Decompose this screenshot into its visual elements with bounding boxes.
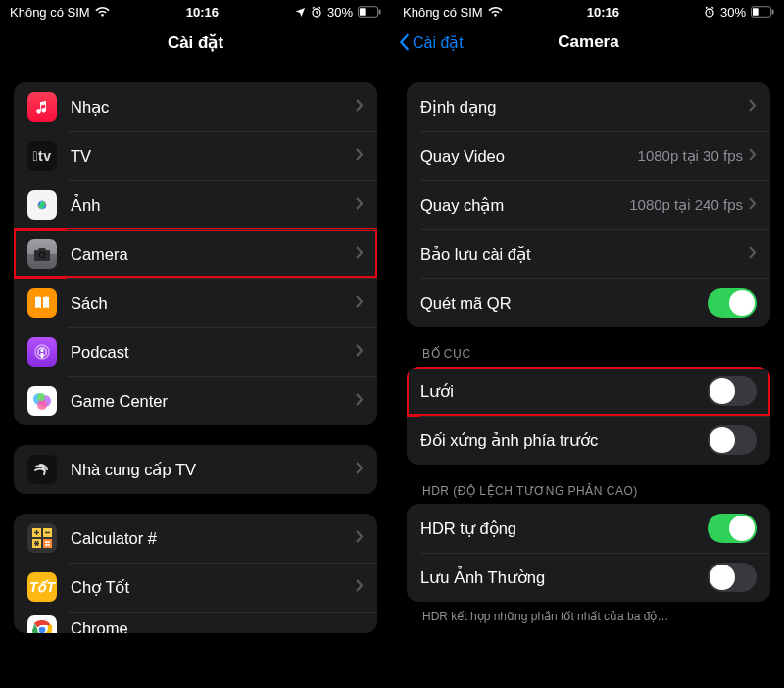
settings-row-label: Chợ Tốt — [71, 578, 356, 597]
battery-percent: 30% — [327, 5, 353, 20]
settings-row-chotot[interactable]: TốT Chợ Tốt — [14, 563, 377, 612]
settings-row-label: Sách — [71, 294, 356, 313]
camera-group-layout: Lưới Đối xứng ảnh phía trước — [407, 367, 770, 465]
chevron-right-icon — [356, 529, 364, 547]
status-bar: Không có SIM 10:16 30% — [0, 0, 391, 24]
toggle-scan-qr[interactable] — [708, 288, 757, 318]
svg-point-20 — [37, 393, 45, 401]
row-label: Định dạng — [420, 98, 749, 117]
settings-row-camera[interactable]: Camera — [14, 229, 377, 278]
chevron-right-icon — [749, 245, 757, 263]
section-header-layout: BỐ CỤC — [407, 327, 770, 367]
svg-point-16 — [40, 349, 43, 352]
settings-screen: Không có SIM 10:16 30% Cài đặt — [0, 0, 391, 688]
battery-icon — [358, 6, 381, 18]
row-label: Đối xứng ảnh phía trước — [420, 431, 708, 450]
row-label: Lưới — [420, 382, 708, 401]
alarm-icon — [311, 6, 322, 18]
settings-row-books[interactable]: Sách — [14, 278, 377, 327]
photos-icon — [27, 190, 57, 220]
chevron-right-icon — [356, 98, 364, 116]
chevron-right-icon — [356, 294, 364, 312]
chotot-icon: TốT — [27, 572, 57, 602]
carrier-text: Không có SIM — [403, 5, 483, 20]
settings-row-music[interactable]: Nhạc — [14, 82, 377, 131]
settings-row-gamecenter[interactable]: Game Center — [14, 376, 377, 425]
svg-rect-31 — [772, 10, 774, 15]
wifi-icon — [488, 7, 503, 18]
chrome-icon — [27, 615, 57, 633]
toggle-auto-hdr[interactable] — [708, 514, 757, 543]
row-label: Quét mã QR — [420, 294, 708, 313]
tvprovider-icon — [27, 455, 57, 484]
row-record-video[interactable]: Quay Video 1080p tại 30 fps — [407, 131, 770, 180]
page-title: Cài đặt — [0, 32, 391, 53]
row-label: Lưu Ảnh Thường — [420, 568, 708, 587]
settings-row-calculator[interactable]: Calculator # — [14, 514, 377, 563]
calculator-icon — [27, 523, 57, 553]
chevron-right-icon — [356, 392, 364, 410]
row-label: Quay Video — [420, 147, 638, 166]
chevron-right-icon — [356, 343, 364, 361]
camera-group-hdr: HDR tự động Lưu Ảnh Thường — [407, 504, 770, 602]
row-label: Quay chậm — [420, 196, 629, 215]
camera-icon — [27, 239, 57, 269]
row-value: 1080p tại 240 fps — [629, 196, 743, 214]
chevron-right-icon — [749, 98, 757, 116]
battery-icon — [751, 6, 774, 18]
status-time: 10:16 — [110, 5, 295, 20]
location-icon — [295, 7, 306, 18]
back-label: Cài đặt — [413, 33, 464, 52]
row-format[interactable]: Định dạng — [407, 82, 770, 131]
settings-group-thirdparty: Calculator # TốT Chợ Tốt Chrome — [14, 514, 377, 633]
row-keep-normal[interactable]: Lưu Ảnh Thường — [407, 553, 770, 602]
battery-percent: 30% — [720, 5, 746, 20]
settings-row-podcast[interactable]: Podcast — [14, 327, 377, 376]
camera-group-main: Định dạng Quay Video 1080p tại 30 fps Qu… — [407, 82, 770, 327]
tv-icon: tv — [27, 141, 57, 171]
row-auto-hdr[interactable]: HDR tự động — [407, 504, 770, 553]
settings-row-label: Ảnh — [71, 196, 356, 215]
row-record-slomo[interactable]: Quay chậm 1080p tại 240 fps — [407, 180, 770, 229]
chevron-right-icon — [749, 147, 757, 165]
chevron-right-icon — [356, 245, 364, 263]
chevron-right-icon — [749, 196, 757, 214]
row-scan-qr[interactable]: Quét mã QR — [407, 278, 770, 327]
chevron-right-icon — [356, 461, 364, 478]
alarm-icon — [704, 6, 715, 18]
gamecenter-icon — [27, 386, 57, 416]
settings-group-tvprovider: Nhà cung cấp TV — [14, 445, 377, 494]
back-button[interactable]: Cài đặt — [393, 33, 464, 52]
chevron-right-icon — [356, 147, 364, 165]
settings-row-label: Camera — [71, 245, 356, 264]
settings-row-label: Nhà cung cấp TV — [71, 461, 356, 479]
settings-row-label: TV — [71, 147, 356, 166]
carrier-text: Không có SIM — [10, 5, 90, 20]
toggle-keep-normal[interactable] — [708, 563, 757, 592]
row-mirror-front[interactable]: Đối xứng ảnh phía trước — [407, 416, 770, 465]
svg-rect-24 — [43, 539, 52, 548]
settings-row-label: Calculator # — [71, 529, 356, 548]
chevron-left-icon — [399, 33, 411, 51]
row-label: Bảo lưu cài đặt — [420, 245, 749, 264]
chevron-right-icon — [356, 578, 364, 596]
hdr-footer-note: HDR kết hợp những phần tốt nhất của ba đ… — [407, 602, 770, 623]
row-grid[interactable]: Lưới — [407, 367, 770, 416]
settings-row-label: Podcast — [71, 343, 356, 362]
svg-point-13 — [40, 253, 44, 257]
nav-bar: Cài đặt — [0, 24, 391, 61]
settings-row-tv[interactable]: tv TV — [14, 131, 377, 180]
camera-settings-screen: Không có SIM 10:16 30% Cài đặt — [393, 0, 784, 688]
svg-rect-2 — [360, 8, 366, 16]
toggle-grid[interactable] — [708, 376, 757, 406]
settings-row-label: Nhạc — [71, 98, 356, 117]
settings-row-photos[interactable]: Ảnh — [14, 180, 377, 229]
row-label: HDR tự động — [420, 519, 708, 538]
svg-point-19 — [37, 400, 47, 410]
settings-group-apps: Nhạc tv TV Ảnh — [14, 82, 377, 425]
row-preserve[interactable]: Bảo lưu cài đặt — [407, 229, 770, 278]
status-time: 10:16 — [503, 5, 704, 20]
settings-row-chrome[interactable]: Chrome — [14, 612, 377, 633]
settings-row-tvprovider[interactable]: Nhà cung cấp TV — [14, 445, 377, 494]
toggle-mirror-front[interactable] — [708, 425, 757, 455]
